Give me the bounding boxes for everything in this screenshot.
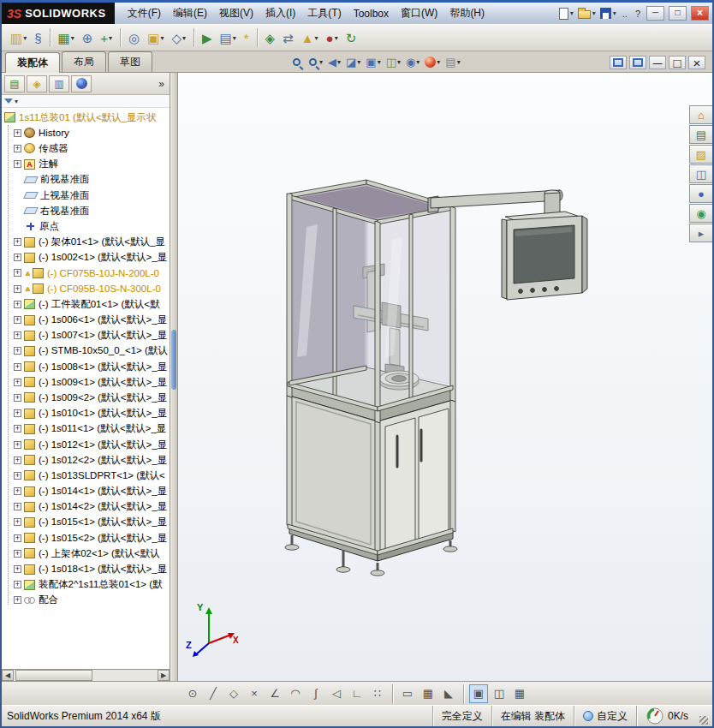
expander-icon[interactable]: + — [14, 254, 21, 261]
expander-icon[interactable]: + — [14, 487, 21, 495]
scrollbar-track[interactable] — [14, 670, 158, 681]
maximize-button[interactable]: □ — [669, 6, 687, 21]
tree-row[interactable]: +(-) 1s011<1> (默认<默认>_显 — [2, 421, 170, 437]
exploded-view-icon[interactable]: * — [241, 27, 253, 49]
scrollbar-thumb[interactable] — [15, 670, 92, 681]
more-commands[interactable]: .. — [621, 9, 629, 19]
monitor-button[interactable] — [531, 289, 535, 293]
bill-of-materials-icon[interactable]: ▤▾ — [217, 27, 240, 49]
single-viewport-icon[interactable]: ▣ — [469, 684, 488, 703]
tree-row[interactable]: 1s11总装01 (默认<默认_显示状 — [2, 110, 170, 125]
menu-item-4[interactable]: 工具(T) — [301, 3, 347, 24]
circle-tool-icon[interactable]: ⊙ — [183, 684, 202, 703]
tree-row[interactable]: 前视基准面 — [2, 172, 170, 188]
mirror-tool-icon[interactable]: ◁ — [327, 684, 346, 703]
tree-row[interactable]: +(-) 1s012<1> (默认<默认>_显 — [2, 437, 170, 452]
rebuild-icon[interactable]: ↻ — [342, 27, 360, 49]
new-motion-study-icon[interactable]: ▶ — [199, 27, 216, 49]
expander-icon[interactable]: + — [14, 316, 21, 324]
expander-icon[interactable]: + — [14, 534, 21, 542]
tree-row[interactable]: +(-) 1s018<1> (默认<默认>_显 — [2, 561, 170, 576]
hmi-monitor[interactable] — [502, 212, 587, 300]
appearances-scenes-icon[interactable]: ● — [689, 184, 712, 203]
menu-item-5[interactable]: Toolbox — [348, 4, 395, 23]
spline-tool-icon[interactable]: ∫ — [306, 684, 325, 703]
pane-expand-icon[interactable]: ▸ — [689, 224, 712, 242]
tree-row[interactable]: +▲(-) CF095B-10S-N-300L-0 — [2, 281, 170, 296]
expander-icon[interactable]: + — [14, 456, 21, 464]
tree-row[interactable]: +(-) STMB-10x50_0_<1> (默认 — [2, 343, 170, 359]
component-pattern-icon[interactable]: ▦▾ — [55, 27, 78, 49]
expander-icon[interactable]: + — [14, 238, 21, 246]
tree-row[interactable]: +(-) 1s009<2> (默认<默认>_显 — [2, 390, 170, 405]
menu-item-6[interactable]: 窗口(W) — [395, 3, 443, 24]
expander-icon[interactable]: + — [14, 331, 21, 339]
four-viewport-icon[interactable]: ▦ — [510, 684, 529, 703]
new-document-icon[interactable] — [559, 8, 568, 20]
featuremanager-tree-icon[interactable]: ▤ — [4, 75, 25, 92]
arc-tool-icon[interactable]: ◠ — [286, 684, 305, 703]
scroll-left-icon[interactable]: ◀ — [2, 670, 14, 681]
file-explorer-icon[interactable]: ▨ — [689, 145, 712, 164]
cabinet-door-left[interactable] — [385, 418, 415, 549]
expander-icon[interactable]: + — [14, 347, 21, 355]
assembly-features-icon[interactable]: ▣▾ — [144, 27, 167, 49]
external-references-icon[interactable]: ⇄ — [279, 27, 297, 49]
polygon-tool-icon[interactable]: ◇ — [224, 684, 243, 703]
filter-icon[interactable] — [4, 98, 13, 104]
slot-tool-icon[interactable]: ◣ — [439, 684, 458, 703]
expander-icon[interactable]: + — [14, 518, 21, 526]
monitor-button[interactable] — [555, 287, 559, 291]
displaymanager-icon[interactable] — [71, 75, 92, 92]
splitter-grip[interactable] — [171, 330, 176, 390]
expander-icon[interactable]: + — [14, 565, 21, 573]
custom-properties-icon[interactable]: ◉ — [689, 204, 712, 223]
interference-detection-icon[interactable]: ▲▾ — [298, 27, 322, 49]
tree-row[interactable]: +配合 — [2, 593, 170, 608]
line-tool-icon[interactable]: ╱ — [204, 684, 223, 703]
tab-0[interactable]: 装配体 — [5, 52, 60, 73]
expander-icon[interactable]: + — [14, 129, 21, 137]
tree-row[interactable]: +传感器 — [2, 140, 170, 156]
expander-icon[interactable]: + — [14, 550, 21, 558]
resize-grip[interactable] — [697, 706, 709, 726]
tree-row[interactable]: +(-) 1s008<1> (默认<默认>_显 — [2, 359, 170, 374]
minimize-button[interactable]: ─ — [646, 6, 664, 21]
fillet-tool-icon[interactable]: ∟ — [348, 684, 366, 703]
tree-row[interactable]: 右视基准面 — [2, 203, 170, 218]
tree-row[interactable]: +(-) 1s014<1> (默认<默认>_显 — [2, 484, 170, 499]
assembly-model[interactable] — [178, 73, 712, 681]
expander-icon[interactable]: + — [14, 596, 21, 604]
menu-item-1[interactable]: 编辑(E) — [167, 3, 213, 24]
cabinet-door-right[interactable] — [419, 409, 449, 540]
hide-show-items-icon[interactable]: ◉▾ — [404, 53, 421, 70]
panel-overflow-chevron[interactable]: » — [156, 78, 167, 90]
view-palette-icon[interactable]: ◫ — [689, 164, 712, 183]
previous-view-icon[interactable]: ◀▾ — [326, 53, 342, 70]
reference-geometry-icon[interactable]: ◇▾ — [168, 27, 189, 49]
menu-item-7[interactable]: 帮助(H) — [443, 3, 491, 24]
close-document-icon[interactable]: × — [688, 56, 705, 69]
edit-appearance-icon[interactable]: ▾ — [423, 53, 442, 70]
tree-row[interactable]: +注解 — [2, 157, 170, 172]
open-document-icon[interactable] — [578, 10, 591, 19]
tree-row[interactable]: 原点 — [2, 218, 170, 234]
zoom-fit-icon[interactable] — [289, 53, 304, 70]
expander-icon[interactable]: + — [14, 379, 21, 386]
minimize-document-icon[interactable]: ─ — [649, 56, 666, 69]
display-style-icon[interactable]: ◫▾ — [384, 53, 402, 70]
propertymanager-icon[interactable]: ◈ — [27, 75, 47, 92]
tree-row[interactable]: +(-) 1s015<1> (默认<默认>_显 — [2, 515, 170, 530]
expander-icon[interactable]: + — [14, 301, 21, 308]
tree-row[interactable]: +(-) 工件装配01<1> (默认<默 — [2, 296, 170, 312]
section-view-icon[interactable]: ◪▾ — [344, 53, 362, 70]
status-custom[interactable]: 自定义 — [574, 706, 636, 726]
instant3d-icon[interactable]: ◈ — [262, 27, 279, 49]
help-icon[interactable]: ? — [634, 9, 642, 19]
zoom-area-icon[interactable]: ▾ — [306, 53, 324, 70]
menu-item-3[interactable]: 插入(I) — [259, 3, 301, 24]
tree-row[interactable]: +(-) 1s006<1> (默认<默认>_显 — [2, 312, 170, 327]
expander-icon[interactable]: + — [14, 285, 21, 293]
tree-row[interactable]: +(-) 1s012<2> (默认<默认>_显 — [2, 452, 170, 468]
tree-row[interactable]: +History — [2, 125, 170, 140]
